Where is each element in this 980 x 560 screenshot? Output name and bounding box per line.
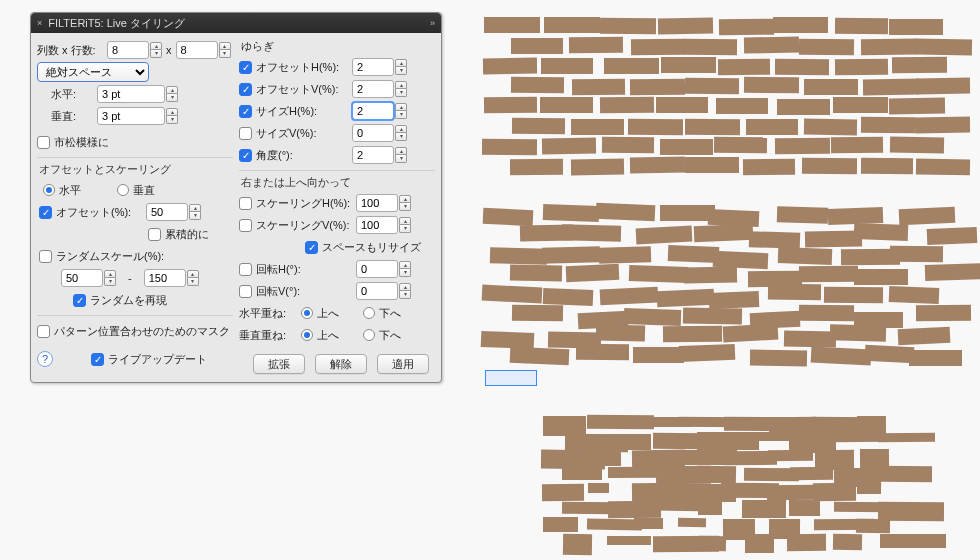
- space-mode-select[interactable]: 絶対スペース: [37, 62, 149, 82]
- random-min-input[interactable]: ▴▾: [61, 269, 116, 287]
- stepper-up-icon[interactable]: ▴: [399, 195, 411, 203]
- offsetV-checkbox[interactable]: [239, 83, 252, 96]
- stepper-down-icon[interactable]: ▾: [399, 291, 411, 299]
- stepper-down-icon[interactable]: ▾: [150, 50, 162, 58]
- rows-input[interactable]: ▴▾: [176, 41, 231, 59]
- stepper-down-icon[interactable]: ▾: [166, 94, 178, 102]
- scalingH-checkbox[interactable]: [239, 197, 252, 210]
- h-overlap-down-radio[interactable]: [363, 307, 375, 319]
- scalingV-checkbox[interactable]: [239, 219, 252, 232]
- scalingV-input[interactable]: ▴▾: [356, 216, 411, 234]
- angle-input[interactable]: ▴▾: [352, 146, 407, 164]
- v-overlap-down-radio[interactable]: [363, 329, 375, 341]
- expand-button[interactable]: 拡張: [253, 354, 305, 374]
- live-update-checkbox[interactable]: [91, 353, 104, 366]
- offset-checkbox[interactable]: [39, 206, 52, 219]
- v-overlap-up-radio[interactable]: [301, 329, 313, 341]
- help-icon[interactable]: ?: [37, 351, 53, 367]
- scalingH-field[interactable]: [356, 194, 398, 212]
- stepper-up-icon[interactable]: ▴: [399, 261, 411, 269]
- release-button[interactable]: 解除: [315, 354, 367, 374]
- stepper-down-icon[interactable]: ▾: [189, 212, 201, 220]
- sizeH-label: サイズH(%):: [256, 104, 348, 119]
- apply-button[interactable]: 適用: [377, 354, 429, 374]
- sizeV-field[interactable]: [352, 124, 394, 142]
- cols-field[interactable]: [107, 41, 149, 59]
- accumulate-checkbox[interactable]: [148, 228, 161, 241]
- random-max-input[interactable]: ▴▾: [144, 269, 199, 287]
- stepper-down-icon[interactable]: ▾: [399, 225, 411, 233]
- scalingH-input[interactable]: ▴▾: [356, 194, 411, 212]
- stepper-down-icon[interactable]: ▾: [395, 111, 407, 119]
- stepper-down-icon[interactable]: ▾: [104, 278, 116, 286]
- vert-space-input[interactable]: ▴▾: [97, 107, 178, 125]
- stepper-down-icon[interactable]: ▾: [187, 278, 199, 286]
- stepper-down-icon[interactable]: ▾: [395, 155, 407, 163]
- rotV-field[interactable]: [356, 282, 398, 300]
- resize-space-checkbox[interactable]: [305, 241, 318, 254]
- offsetH-checkbox[interactable]: [239, 61, 252, 74]
- stepper-up-icon[interactable]: ▴: [395, 81, 407, 89]
- offsetH-input[interactable]: ▴▾: [352, 58, 407, 76]
- expand-icon[interactable]: »: [430, 13, 435, 33]
- stepper-up-icon[interactable]: ▴: [166, 86, 178, 94]
- sizeV-checkbox[interactable]: [239, 127, 252, 140]
- stepper-up-icon[interactable]: ▴: [395, 125, 407, 133]
- stepper-up-icon[interactable]: ▴: [104, 270, 116, 278]
- stepper-down-icon[interactable]: ▾: [399, 269, 411, 277]
- sizeH-input[interactable]: ▴▾: [352, 102, 407, 120]
- sizeV-input[interactable]: ▴▾: [352, 124, 407, 142]
- brick: [663, 326, 722, 343]
- offsetH-field[interactable]: [352, 58, 394, 76]
- brick: [542, 137, 597, 154]
- offset-field[interactable]: [146, 203, 188, 221]
- random-scale-checkbox[interactable]: [39, 250, 52, 263]
- scalingV-field[interactable]: [356, 216, 398, 234]
- stepper-up-icon[interactable]: ▴: [166, 108, 178, 116]
- rotV-input[interactable]: ▴▾: [356, 282, 411, 300]
- stepper-up-icon[interactable]: ▴: [395, 103, 407, 111]
- stepper-down-icon[interactable]: ▾: [219, 50, 231, 58]
- selection-rect[interactable]: [485, 370, 537, 386]
- offset-input[interactable]: ▴▾: [146, 203, 201, 221]
- stepper-up-icon[interactable]: ▴: [150, 42, 162, 50]
- cols-input[interactable]: ▴▾: [107, 41, 162, 59]
- rotH-field[interactable]: [356, 260, 398, 278]
- vert-radio[interactable]: [117, 184, 129, 196]
- brick: [541, 246, 599, 264]
- h-overlap-up-radio[interactable]: [301, 307, 313, 319]
- checker-checkbox[interactable]: [37, 136, 50, 149]
- reproduce-random-checkbox[interactable]: [73, 294, 86, 307]
- stepper-up-icon[interactable]: ▴: [399, 283, 411, 291]
- stepper-up-icon[interactable]: ▴: [395, 59, 407, 67]
- stepper-up-icon[interactable]: ▴: [219, 42, 231, 50]
- horiz-space-field[interactable]: [97, 85, 165, 103]
- random-min-field[interactable]: [61, 269, 103, 287]
- offsetV-field[interactable]: [352, 80, 394, 98]
- horiz-radio[interactable]: [43, 184, 55, 196]
- stepper-up-icon[interactable]: ▴: [399, 217, 411, 225]
- random-max-field[interactable]: [144, 269, 186, 287]
- horiz-space-input[interactable]: ▴▾: [97, 85, 178, 103]
- rotV-checkbox[interactable]: [239, 285, 252, 298]
- stepper-down-icon[interactable]: ▾: [395, 89, 407, 97]
- rotH-checkbox[interactable]: [239, 263, 252, 276]
- close-icon[interactable]: ×: [37, 13, 42, 33]
- rows-field[interactable]: [176, 41, 218, 59]
- rotH-input[interactable]: ▴▾: [356, 260, 411, 278]
- angle-checkbox[interactable]: [239, 149, 252, 162]
- offsetV-input[interactable]: ▴▾: [352, 80, 407, 98]
- stepper-down-icon[interactable]: ▾: [395, 67, 407, 75]
- sizeH-checkbox[interactable]: [239, 105, 252, 118]
- panel-titlebar[interactable]: × FILTERiT5: Live タイリング »: [31, 13, 441, 33]
- stepper-up-icon[interactable]: ▴: [189, 204, 201, 212]
- mask-checkbox[interactable]: [37, 325, 50, 338]
- vert-space-field[interactable]: [97, 107, 165, 125]
- angle-field[interactable]: [352, 146, 394, 164]
- stepper-down-icon[interactable]: ▾: [395, 133, 407, 141]
- stepper-up-icon[interactable]: ▴: [395, 147, 407, 155]
- sizeH-field[interactable]: [352, 102, 394, 120]
- stepper-down-icon[interactable]: ▾: [399, 203, 411, 211]
- stepper-down-icon[interactable]: ▾: [166, 116, 178, 124]
- stepper-up-icon[interactable]: ▴: [187, 270, 199, 278]
